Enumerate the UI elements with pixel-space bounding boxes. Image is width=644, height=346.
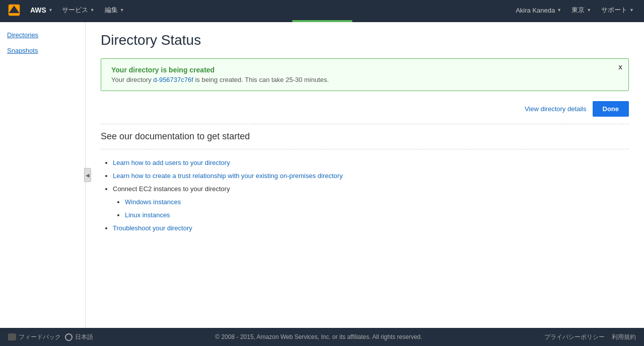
footer-left: フィードバック 日本語: [8, 333, 93, 341]
alert-body: Your directory d-956737c76f is being cre…: [111, 76, 618, 83]
nav-right-group: Akira Kaneda ▼ 東京 ▼ サポート ▼: [511, 0, 639, 20]
user-caret-icon: ▼: [557, 8, 561, 13]
aws-logo: [5, 1, 23, 19]
doc-links-list: Learn how to add users to your directory…: [101, 156, 629, 235]
alert-banner: Your directory is being created Your dir…: [101, 58, 629, 91]
directory-id-link[interactable]: d-956737c76f: [153, 76, 193, 83]
language-button[interactable]: 日本語: [65, 333, 93, 341]
actions-row: View directory details Done: [101, 101, 629, 117]
sidebar: Directories Snapshots ◀: [0, 22, 86, 328]
top-navigation: AWS ▼ サービス ▼ 編集 ▼ Akira Kaneda ▼ 東京 ▼ サポ…: [0, 0, 644, 20]
terms-link[interactable]: 利用規約: [612, 333, 636, 341]
list-item: Learn how to create a trust relationship…: [113, 169, 629, 183]
support-menu-button[interactable]: サポート ▼: [596, 0, 639, 20]
user-menu-button[interactable]: Akira Kaneda ▼: [511, 0, 566, 20]
footer-right: プライバシーポリシー 利用規約: [544, 333, 636, 341]
globe-icon: [65, 333, 73, 341]
docs-divider: [101, 149, 629, 149]
support-caret-icon: ▼: [629, 8, 634, 13]
add-users-link[interactable]: Learn how to add users to your directory: [113, 159, 230, 166]
list-item: Linux instances: [125, 209, 629, 222]
sidebar-item-snapshots[interactable]: Snapshots: [0, 43, 85, 58]
list-item: Troubleshoot your directory: [113, 222, 629, 235]
sidebar-item-directories[interactable]: Directories: [0, 27, 85, 43]
main-layout: Directories Snapshots ◀ Directory Status…: [0, 22, 644, 328]
docs-section-title: See our documentation to get started: [101, 131, 629, 142]
privacy-policy-link[interactable]: プライバシーポリシー: [544, 333, 605, 341]
doc-sub-links-list: Windows instances Linux instances: [113, 196, 629, 222]
region-menu-button[interactable]: 東京 ▼: [566, 0, 596, 20]
done-button[interactable]: Done: [593, 101, 629, 117]
feedback-icon: [8, 333, 16, 340]
page-title: Directory Status: [101, 32, 629, 48]
linux-instances-link[interactable]: Linux instances: [125, 211, 170, 219]
footer-copyright: © 2008 - 2015, Amazon Web Services, Inc.…: [99, 333, 538, 340]
trust-relationship-link[interactable]: Learn how to create a trust relationship…: [113, 172, 343, 180]
services-menu-button[interactable]: サービス ▼: [57, 0, 100, 20]
edit-menu-button[interactable]: 編集 ▼: [100, 0, 129, 20]
feedback-button[interactable]: フィードバック: [8, 333, 61, 341]
sidebar-toggle-button[interactable]: ◀: [84, 168, 91, 182]
footer: フィードバック 日本語 © 2008 - 2015, Amazon Web Se…: [0, 328, 644, 346]
view-directory-details-link[interactable]: View directory details: [525, 105, 587, 113]
windows-instances-link[interactable]: Windows instances: [125, 198, 181, 206]
services-caret-icon: ▼: [90, 8, 95, 13]
list-item: Windows instances: [125, 196, 629, 209]
list-item: Connect EC2 instances to your directory …: [113, 183, 629, 222]
edit-caret-icon: ▼: [120, 8, 124, 13]
aws-menu-button[interactable]: AWS ▼: [26, 6, 57, 14]
alert-close-button[interactable]: x: [618, 63, 622, 71]
list-item: Learn how to add users to your directory: [113, 156, 629, 169]
main-content: Directory Status Your directory is being…: [86, 22, 644, 328]
region-caret-icon: ▼: [587, 8, 591, 13]
alert-title: Your directory is being created: [111, 66, 618, 74]
aws-caret-icon: ▼: [48, 8, 53, 13]
troubleshoot-link[interactable]: Troubleshoot your directory: [113, 224, 192, 232]
section-divider: [101, 124, 629, 124]
